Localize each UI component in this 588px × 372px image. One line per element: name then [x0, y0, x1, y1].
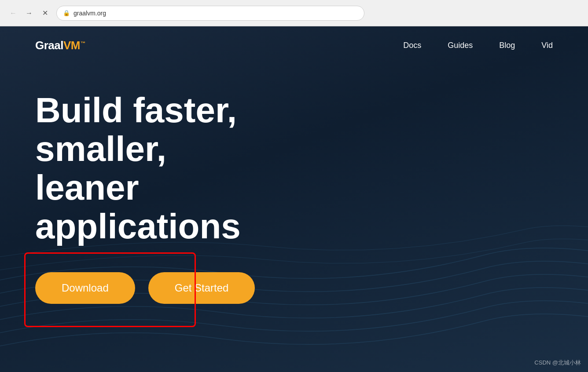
hero-buttons: Download Get Started	[35, 272, 553, 304]
address-bar[interactable]: 🔒 graalvm.org	[56, 6, 364, 21]
logo-vm-text: VM™	[63, 39, 85, 52]
logo[interactable]: Graal VM™	[35, 39, 85, 52]
forward-button[interactable]: →	[23, 7, 35, 19]
nav-docs[interactable]: Docs	[403, 41, 421, 50]
close-button[interactable]: ✕	[39, 7, 51, 19]
nav-guides[interactable]: Guides	[448, 41, 473, 50]
logo-graal-text: Graal	[35, 39, 63, 52]
nav-video-partial[interactable]: Vid	[541, 41, 553, 50]
website: Graal VM™ Docs Guides Blog Vid Build fas…	[0, 26, 588, 372]
get-started-button[interactable]: Get Started	[148, 272, 255, 304]
download-button-wrapper: Download	[35, 272, 135, 304]
hero-section: Build faster, smaller, leaner applicatio…	[0, 65, 588, 304]
nav-links: Docs Guides Blog Vid	[403, 41, 553, 50]
watermark: CSDN @北城小林	[534, 359, 581, 367]
download-button[interactable]: Download	[35, 272, 135, 304]
lock-icon: 🔒	[63, 10, 70, 16]
browser-nav-buttons: ← → ✕	[7, 7, 51, 19]
url-text: graalvm.org	[74, 10, 106, 17]
hero-title: Build faster, smaller, leaner applicatio…	[35, 91, 343, 246]
navbar: Graal VM™ Docs Guides Blog Vid	[0, 26, 588, 65]
nav-blog[interactable]: Blog	[499, 41, 515, 50]
back-button[interactable]: ←	[7, 7, 19, 19]
browser-chrome: ← → ✕ 🔒 graalvm.org	[0, 0, 588, 26]
